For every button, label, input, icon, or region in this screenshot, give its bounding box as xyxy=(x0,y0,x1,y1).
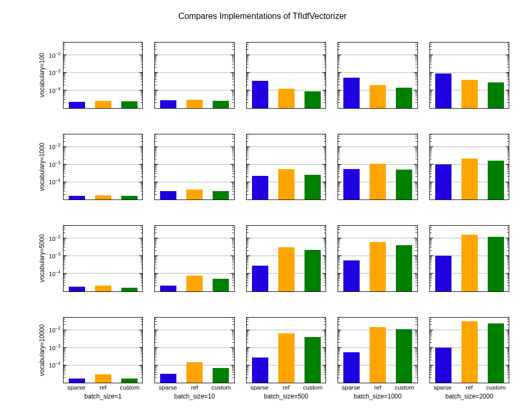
plot-canvas xyxy=(64,318,142,383)
axes xyxy=(154,42,234,109)
bar xyxy=(370,85,386,108)
y-axis-label-text: vocabulary=10000 xyxy=(38,324,46,376)
y-axis-label-text: vocabulary=1000 xyxy=(38,143,46,191)
bar xyxy=(487,82,503,108)
y-axis-label-text: vocabulary=100 xyxy=(38,53,46,98)
y-axis-label: vocabulary=10000 xyxy=(38,317,46,384)
x-tick-labels: sparserefcustom xyxy=(63,384,143,392)
bar xyxy=(304,250,321,291)
bar xyxy=(487,161,503,200)
x-tick-label: custom xyxy=(208,384,235,392)
subplot: sparserefcustombatch_size=2000 xyxy=(429,317,509,400)
y-tick-label: 10−4 xyxy=(49,270,64,277)
bar xyxy=(278,169,294,200)
y-tick-label: 10−3 xyxy=(49,69,64,76)
x-tick-label: sparse xyxy=(429,384,456,392)
axes: 10−410−310−2 xyxy=(63,134,143,201)
figure-title: Compares Implementations of TfIdfVectori… xyxy=(0,12,525,21)
bar xyxy=(396,88,412,108)
subplot xyxy=(154,134,234,216)
bar xyxy=(461,321,477,383)
x-tick-labels: sparserefcustom xyxy=(154,384,234,392)
plot-canvas xyxy=(64,134,142,200)
figure: Compares Implementations of TfIdfVectori… xyxy=(0,0,525,420)
plot-canvas xyxy=(247,318,326,383)
bar xyxy=(435,164,451,200)
x-tick-label: sparse xyxy=(338,384,364,392)
bar xyxy=(213,279,229,291)
bar xyxy=(95,374,111,383)
bar xyxy=(304,337,321,383)
bar xyxy=(160,191,176,200)
bar xyxy=(396,245,412,291)
bar xyxy=(343,352,360,383)
bar xyxy=(186,276,203,291)
x-tick-label: ref xyxy=(273,384,300,392)
bar xyxy=(213,368,229,383)
bar xyxy=(304,91,321,108)
bar xyxy=(69,102,85,108)
bar xyxy=(95,101,111,108)
bar xyxy=(396,170,412,200)
bar xyxy=(343,169,360,200)
x-tick-labels: sparserefcustom xyxy=(429,384,509,392)
bar xyxy=(251,358,268,383)
plot-canvas xyxy=(155,43,234,108)
subplot xyxy=(246,134,326,216)
bar xyxy=(160,286,176,291)
axes xyxy=(338,317,417,384)
bar xyxy=(213,191,229,200)
x-tick-label: sparse xyxy=(63,384,90,392)
bar xyxy=(95,286,111,291)
axes xyxy=(154,317,234,384)
x-tick-labels: sparserefcustom xyxy=(338,384,417,392)
x-tick-label: ref xyxy=(181,384,208,392)
plot-canvas xyxy=(64,43,142,108)
plot-canvas xyxy=(155,226,234,291)
bar xyxy=(487,237,503,291)
y-tick-label: 10−3 xyxy=(49,161,64,168)
plot-canvas xyxy=(338,134,417,200)
x-tick-label: ref xyxy=(90,384,117,392)
subplot xyxy=(429,42,509,124)
subplot-grid: vocabulary=10010−410−310−2vocabulary=100… xyxy=(63,42,509,399)
subplot xyxy=(246,225,326,308)
axes xyxy=(338,42,417,109)
subplot: sparserefcustombatch_size=500 xyxy=(246,317,326,400)
bar xyxy=(121,288,138,291)
axes xyxy=(429,225,509,292)
subplot xyxy=(338,134,417,216)
x-tick-label: sparse xyxy=(246,384,273,392)
plot-canvas xyxy=(338,226,417,291)
x-tick-labels: sparserefcustom xyxy=(246,384,326,392)
bar xyxy=(213,101,229,108)
plot-canvas xyxy=(338,318,417,383)
bar xyxy=(186,362,203,383)
bar xyxy=(370,327,386,383)
y-tick-label: 10−2 xyxy=(49,326,64,333)
y-tick-label: 10−4 xyxy=(49,362,64,369)
subplot xyxy=(154,225,234,308)
y-tick-label: 10−2 xyxy=(49,235,64,242)
axes xyxy=(246,225,326,292)
bar xyxy=(160,100,176,108)
bar xyxy=(487,323,503,383)
axes xyxy=(154,134,234,201)
axes xyxy=(429,134,509,201)
x-tick-label: ref xyxy=(364,384,391,392)
subplot: sparserefcustombatch_size=1000 xyxy=(338,317,417,400)
subplot: sparserefcustombatch_size=10 xyxy=(154,317,234,400)
bar xyxy=(121,378,138,383)
axes xyxy=(429,317,509,384)
subplot xyxy=(338,225,417,308)
bar xyxy=(186,100,203,108)
axes xyxy=(246,317,326,384)
x-axis-label: batch_size=1000 xyxy=(338,393,417,400)
plot-canvas xyxy=(338,43,417,108)
y-tick-label: 10−3 xyxy=(49,252,64,259)
bar xyxy=(251,81,268,108)
bar xyxy=(186,190,203,200)
bar xyxy=(251,266,268,291)
x-axis-label: batch_size=10 xyxy=(154,393,234,400)
subplot xyxy=(429,134,509,216)
